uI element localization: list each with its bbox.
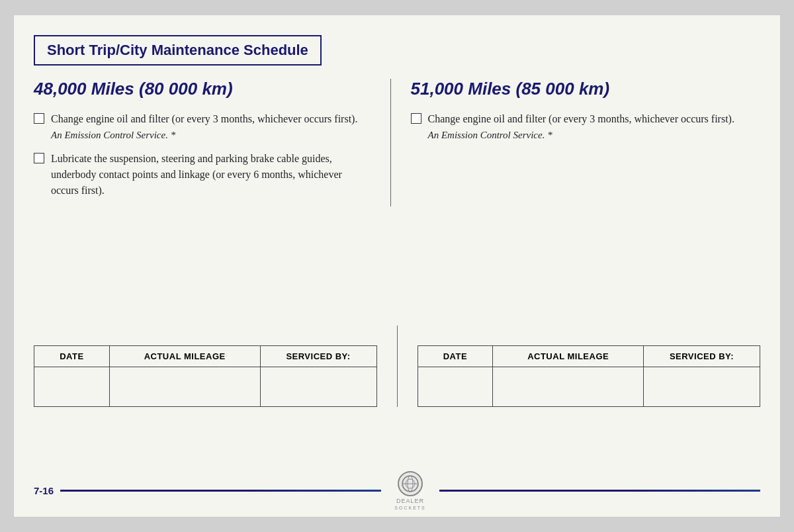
left-serviced-cell[interactable] xyxy=(260,367,376,407)
right-serviced-cell[interactable] xyxy=(644,367,760,407)
left-item-1: Change engine oil and filter (or every 3… xyxy=(34,111,371,143)
right-table-header-serviced: SERVICED BY: xyxy=(644,346,760,367)
right-mileage-cell[interactable] xyxy=(493,367,644,407)
right-date-cell[interactable] xyxy=(418,367,493,407)
table-row xyxy=(34,367,377,407)
left-table-header-mileage: ACTUAL MILEAGE xyxy=(109,346,260,367)
svg-point-1 xyxy=(406,479,415,488)
title-box: Short Trip/City Maintenance Schedule xyxy=(34,35,322,66)
right-item-1: Change engine oil and filter (or every 3… xyxy=(411,111,748,143)
svg-point-2 xyxy=(408,476,413,492)
logo-circle-icon xyxy=(398,471,423,496)
emission-note-right-1: An Emission Control Service. * xyxy=(428,130,552,140)
left-item-1-text: Change engine oil and filter (or every 3… xyxy=(51,111,357,143)
right-heading: 51,000 Miles (85 000 km) xyxy=(411,79,748,99)
right-table-header-date: DATE xyxy=(418,346,493,367)
checkbox-3[interactable] xyxy=(411,113,421,124)
tables-section: DATE ACTUAL MILEAGE SERVICED BY: xyxy=(34,326,760,407)
checkbox-1[interactable] xyxy=(34,113,44,124)
left-mileage-cell[interactable] xyxy=(109,367,260,407)
footer-line-left xyxy=(60,490,381,492)
left-table-container: DATE ACTUAL MILEAGE SERVICED BY: xyxy=(34,326,397,407)
table-row xyxy=(418,367,760,407)
right-service-table: DATE ACTUAL MILEAGE SERVICED BY: xyxy=(418,345,761,407)
emission-note-left-1: An Emission Control Service. * xyxy=(51,130,175,140)
footer-logo: DEALER SOCKETS xyxy=(394,471,425,510)
checkbox-2[interactable] xyxy=(34,153,44,163)
left-date-cell[interactable] xyxy=(34,367,110,407)
left-heading: 48,000 Miles (80 000 km) xyxy=(34,79,371,99)
left-item-2: Lubricate the suspension, steering and p… xyxy=(34,151,371,199)
right-item-1-text: Change engine oil and filter (or every 3… xyxy=(428,111,734,143)
right-column: 51,000 Miles (85 000 km) Change engine o… xyxy=(390,79,761,206)
page-title: Short Trip/City Maintenance Schedule xyxy=(47,42,308,58)
left-service-table: DATE ACTUAL MILEAGE SERVICED BY: xyxy=(34,345,377,407)
logo-svg xyxy=(401,474,419,493)
main-columns: 48,000 Miles (80 000 km) Change engine o… xyxy=(34,79,760,206)
svg-point-0 xyxy=(402,476,418,492)
footer: 7-16 DEALER SOCKETS xyxy=(14,471,780,510)
logo-subtext: SOCKETS xyxy=(394,506,425,510)
left-item-2-text: Lubricate the suspension, steering and p… xyxy=(51,151,371,199)
left-table-header-serviced: SERVICED BY: xyxy=(260,346,376,367)
logo-text: DEALER xyxy=(396,498,424,504)
page-number: 7-16 xyxy=(34,485,54,496)
right-table-container: DATE ACTUAL MILEAGE SERVICED BY: xyxy=(397,326,761,407)
left-column: 48,000 Miles (80 000 km) Change engine o… xyxy=(34,79,390,206)
page: Short Trip/City Maintenance Schedule 48,… xyxy=(13,15,781,517)
footer-line-right xyxy=(439,490,760,492)
left-table-header-date: DATE xyxy=(34,346,110,367)
right-table-header-mileage: ACTUAL MILEAGE xyxy=(493,346,644,367)
